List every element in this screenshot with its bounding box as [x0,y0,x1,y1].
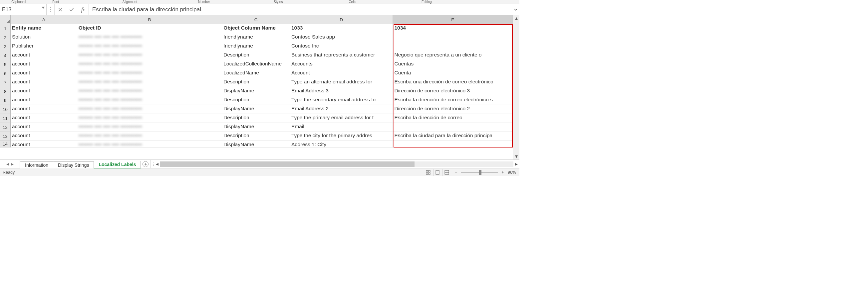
cell[interactable]: friendlyname [222,33,290,42]
row-number[interactable]: 9 [0,96,11,105]
cell[interactable]: •••••••• •••• •••• •••• •••••••••••• [77,42,222,51]
cell[interactable]: Publisher [11,42,77,51]
cell[interactable]: Cuentas [393,60,513,69]
cell[interactable]: DisplayName [222,87,290,96]
cell[interactable]: Escriba la dirección de correo [393,114,513,123]
cell[interactable]: •••••••• •••• •••• •••• •••••••••••• [77,33,222,42]
cell[interactable]: account [11,96,77,105]
cell[interactable]: account [11,141,77,147]
cell[interactable]: Description [222,132,290,141]
cell[interactable]: Address 1: City [290,141,393,147]
row-number[interactable]: 13 [0,132,11,141]
cell[interactable]: Type the primary email address for t [290,114,393,123]
row-number[interactable]: 12 [0,123,11,132]
column-header[interactable]: D [290,15,393,24]
cell[interactable]: Escriba la ciudad para la dirección prin… [393,132,513,141]
sheet-tab-information[interactable]: Information [20,161,53,169]
row-number[interactable]: 11 [0,114,11,123]
sheet-tab-display-strings[interactable]: Display Strings [53,161,94,169]
cell[interactable]: •••••••• •••• •••• •••• •••••••••••• [77,114,222,123]
cell[interactable]: account [11,114,77,123]
cell[interactable]: friendlyname [222,42,290,51]
cell[interactable]: •••••••• •••• •••• •••• •••••••••••• [77,69,222,78]
row-number[interactable]: 7 [0,78,11,87]
cell[interactable]: account [11,69,77,78]
cell[interactable]: Description [222,114,290,123]
cell[interactable]: account [11,51,77,60]
cell[interactable]: Type the city for the primary addres [290,132,393,141]
cell[interactable] [393,141,513,147]
cell[interactable]: account [11,132,77,141]
row-number[interactable]: 10 [0,105,11,114]
cell[interactable]: Solution [11,33,77,42]
cell[interactable]: LocalizedCollectionName [222,60,290,69]
cell[interactable]: DisplayName [222,123,290,132]
cell[interactable]: Description [222,78,290,87]
horizontal-scrollbar[interactable]: ⋮ ◂ ▸ [151,160,519,168]
cell[interactable]: •••••••• •••• •••• •••• •••••••••••• [77,78,222,87]
cell[interactable]: account [11,123,77,132]
cell[interactable]: 1034 [393,24,513,33]
insert-function-button[interactable]: fx [77,4,89,15]
column-header[interactable]: B [77,15,222,24]
cell[interactable]: •••••••• •••• •••• •••• •••••••••••• [77,96,222,105]
cell[interactable]: Accounts [290,60,393,69]
new-sheet-button[interactable]: + [141,160,151,168]
cell[interactable]: Entity name [11,24,77,33]
sheet-nav-buttons[interactable]: ◂ ▸ [0,160,20,168]
scroll-up-button[interactable]: ▴ [513,15,519,21]
scroll-right-button[interactable]: ▸ [514,161,519,167]
cell[interactable]: •••••••• •••• •••• •••• •••••••••••• [77,123,222,132]
cell[interactable]: Description [222,96,290,105]
formula-bar-expand-button[interactable] [512,4,519,15]
cell[interactable] [393,42,513,51]
cell[interactable]: Type the secondary email address fo [290,96,393,105]
formula-bar-input[interactable]: Escriba la ciudad para la dirección prin… [89,4,512,15]
spreadsheet-grid[interactable]: 1 2 3 4 5 6 7 8 9 10 11 12 13 14 A B C D… [0,15,519,159]
cell[interactable]: •••••••• •••• •••• •••• •••••••••••• [77,105,222,114]
row-number[interactable]: 8 [0,87,11,96]
row-number[interactable]: 4 [0,51,11,60]
vertical-scrollbar[interactable]: ▴ ▾ [513,15,519,159]
cell[interactable]: Escriba una dirección de correo electrón… [393,78,513,87]
row-number[interactable]: 6 [0,69,11,78]
cell[interactable]: Description [222,51,290,60]
row-number[interactable]: 2 [0,33,11,42]
cell[interactable]: DisplayName [222,141,290,147]
column-header[interactable]: E [393,15,513,24]
cell[interactable]: •••••••• •••• •••• •••• •••••••••••• [77,141,222,147]
view-page-break-button[interactable] [442,169,451,176]
cell[interactable]: 1033 [290,24,393,33]
row-number[interactable]: 5 [0,60,11,69]
cell[interactable]: Business that represents a customer [290,51,393,60]
cell[interactable]: Email [290,123,393,132]
cell[interactable]: LocalizedName [222,69,290,78]
scrollbar-thumb[interactable] [160,161,414,167]
scrollbar-resize-handle[interactable]: ⋮ [151,161,154,167]
enter-button[interactable] [66,4,77,15]
cell[interactable]: Email Address 3 [290,87,393,96]
row-number[interactable]: 14 [0,141,11,147]
select-all-corner[interactable] [0,15,11,24]
cell[interactable]: Type an alternate email address for [290,78,393,87]
cell[interactable]: Contoso Sales app [290,33,393,42]
name-box[interactable]: E13 [0,4,46,15]
cancel-button[interactable] [55,4,66,15]
cell[interactable]: Account [290,69,393,78]
cell[interactable]: •••••••• •••• •••• •••• •••••••••••• [77,60,222,69]
column-header[interactable]: A [11,15,77,24]
cell[interactable]: •••••••• •••• •••• •••• •••••••••••• [77,51,222,60]
cell[interactable]: Cuenta [393,69,513,78]
cell[interactable]: Object ID [77,24,222,33]
cell[interactable]: account [11,87,77,96]
cell[interactable]: •••••••• •••• •••• •••• •••••••••••• [77,132,222,141]
row-number[interactable]: 3 [0,42,11,51]
cell[interactable]: Escriba la dirección de correo electróni… [393,96,513,105]
view-page-layout-button[interactable] [433,169,442,176]
zoom-out-button[interactable]: − [454,170,459,175]
zoom-level[interactable]: 96% [508,170,516,175]
name-box-resize-handle[interactable]: ⋮ [46,4,55,15]
scroll-down-button[interactable]: ▾ [513,153,519,159]
cell[interactable]: account [11,105,77,114]
row-number[interactable]: 1 [0,24,11,33]
